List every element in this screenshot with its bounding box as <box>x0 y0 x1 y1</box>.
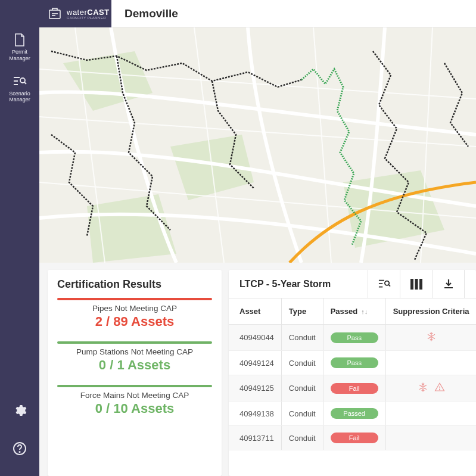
cell-suppression <box>385 351 476 375</box>
columns-button[interactable] <box>400 270 432 298</box>
nav-label: Permit Manager <box>2 49 37 62</box>
sort-icon: ↑↓ <box>361 308 368 315</box>
nav-permit-manager[interactable]: Permit Manager <box>0 27 39 69</box>
download-button[interactable] <box>432 270 464 298</box>
cert-bar <box>57 341 212 344</box>
results-table: Asset Type Passed↑↓ Suppression Criteria… <box>229 298 476 450</box>
cell-suppression <box>385 402 476 426</box>
svg-point-5 <box>384 281 388 285</box>
cell-passed: Pass <box>323 325 385 351</box>
cert-value: 0 / 1 Assets <box>57 357 212 373</box>
svg-rect-7 <box>415 279 418 290</box>
cell-type: Conduit <box>281 402 323 426</box>
snowflake-icon <box>418 382 428 394</box>
status-badge: Fail <box>331 383 378 394</box>
cell-asset: 40949138 <box>229 402 281 426</box>
cell-passed: Fail <box>323 426 385 450</box>
results-table-card: LTCP - 5-Year Storm <box>229 270 476 476</box>
table-title: LTCP - 5-Year Storm <box>229 279 368 290</box>
cell-passed: Fail <box>323 375 385 402</box>
cell-asset: 40949125 <box>229 375 281 402</box>
cell-passed: Pass <box>323 351 385 375</box>
help-icon[interactable] <box>13 441 27 458</box>
cell-type: Conduit <box>281 325 323 351</box>
certification-results-card: Certification Results Pipes Not Meeting … <box>48 270 222 476</box>
status-badge: Pass <box>331 357 378 368</box>
col-asset[interactable]: Asset <box>229 298 281 325</box>
col-type[interactable]: Type <box>281 298 323 325</box>
cert-label: Force Mains Not Meeting CAP <box>57 391 212 400</box>
cell-asset: 40913711 <box>229 426 281 450</box>
svg-rect-3 <box>49 10 60 18</box>
table-row[interactable]: 40913711 Conduit Fail <box>229 426 476 450</box>
map[interactable] <box>39 27 476 263</box>
table-row[interactable]: 40949044 Conduit Pass <box>229 325 476 351</box>
cell-suppression <box>385 325 476 351</box>
cert-metric[interactable]: Force Mains Not Meeting CAP 0 / 10 Asset… <box>57 385 212 416</box>
filter-search-button[interactable] <box>368 270 400 298</box>
brand-bold: CAST <box>87 8 109 17</box>
brand[interactable]: waterCAST CAPACITY PLANNER <box>48 7 113 21</box>
settings-icon[interactable] <box>13 403 27 420</box>
status-badge: Fail <box>331 433 378 443</box>
nav-scenario-manager[interactable]: Scenario Manager <box>0 69 39 111</box>
svg-rect-6 <box>410 279 413 290</box>
cert-label: Pump Stations Not Meeting CAP <box>57 347 212 356</box>
filter-search-icon <box>12 74 27 89</box>
page-title-bar: Demoville <box>111 0 476 27</box>
more-button[interactable] <box>464 270 476 298</box>
svg-point-2 <box>19 452 20 452</box>
document-icon <box>12 32 27 48</box>
status-badge: Pass <box>331 332 378 343</box>
table-row[interactable]: 40949138 Conduit Passed <box>229 402 476 426</box>
cert-label: Pipes Not Meeting CAP <box>57 304 212 313</box>
cell-suppression <box>385 426 476 450</box>
cell-passed: Passed <box>323 402 385 426</box>
table-row[interactable]: 40949125 Conduit Fail <box>229 375 476 402</box>
col-suppression[interactable]: Suppression Criteria <box>385 298 476 325</box>
cell-asset: 40949044 <box>229 325 281 351</box>
warn-icon <box>434 382 445 394</box>
cert-bar <box>57 298 212 300</box>
cert-title: Certification Results <box>57 278 212 291</box>
cell-type: Conduit <box>281 426 323 450</box>
brand-sub: CAPACITY PLANNER <box>67 16 110 20</box>
svg-point-0 <box>20 78 25 83</box>
col-passed[interactable]: Passed↑↓ <box>323 298 385 325</box>
sidebar: Permit Manager Scenario Manager <box>0 0 39 476</box>
svg-point-9 <box>439 390 440 390</box>
snowflake-icon <box>426 331 437 344</box>
cell-type: Conduit <box>281 351 323 375</box>
page-title: Demoville <box>125 7 178 20</box>
cert-metric[interactable]: Pipes Not Meeting CAP 2 / 89 Assets <box>57 298 212 329</box>
cert-value: 2 / 89 Assets <box>57 314 212 329</box>
cert-metric[interactable]: Pump Stations Not Meeting CAP 0 / 1 Asse… <box>57 341 212 373</box>
brand-light: water <box>67 8 87 17</box>
cell-suppression <box>385 375 476 402</box>
nav-label: Scenario Manager <box>2 91 37 104</box>
cert-bar <box>57 385 212 387</box>
svg-rect-8 <box>419 279 422 290</box>
cell-asset: 40949124 <box>229 351 281 375</box>
status-badge: Passed <box>331 408 378 419</box>
cell-type: Conduit <box>281 375 323 402</box>
brand-logo-icon <box>48 7 62 21</box>
cert-value: 0 / 10 Assets <box>57 401 212 416</box>
table-row[interactable]: 40949124 Conduit Pass <box>229 351 476 375</box>
